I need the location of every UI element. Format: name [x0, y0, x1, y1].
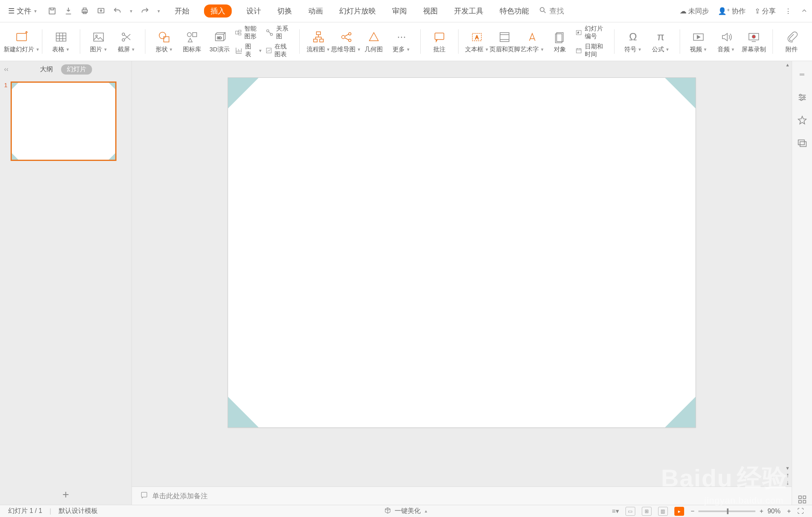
tab-devtools[interactable]: 开发工具: [452, 4, 485, 18]
outline-tab[interactable]: 大纲: [40, 65, 53, 74]
formula-button[interactable]: π 公式▼: [649, 30, 673, 53]
comment-icon: [432, 30, 446, 44]
vertical-scrollbar[interactable]: ▲ ▼ ⭱ ⭳: [783, 61, 792, 486]
add-slide-button[interactable]: +: [0, 484, 132, 505]
scroll-up-icon[interactable]: ▲: [786, 61, 790, 68]
page-indicator[interactable]: 幻灯片 1 / 1: [8, 507, 42, 515]
svg-point-11: [122, 33, 125, 35]
beautify-button[interactable]: 一键美化 ▲: [384, 507, 428, 516]
object-button[interactable]: 对象: [548, 30, 572, 53]
star-rail-icon[interactable]: [797, 115, 808, 125]
settings-rail-icon[interactable]: [797, 92, 808, 103]
tab-review[interactable]: 审阅: [391, 4, 408, 18]
collapse-ribbon[interactable]: [801, 7, 808, 15]
shape-button[interactable]: 形状▼: [152, 30, 176, 53]
undo-icon[interactable]: [113, 7, 122, 15]
tab-slideshow[interactable]: 幻灯片放映: [338, 4, 377, 18]
zoom-out-button[interactable]: −: [691, 508, 694, 515]
wordart-button[interactable]: 艺术字▼: [520, 30, 544, 53]
drag-handle-icon[interactable]: ═: [797, 69, 808, 80]
slides-tab[interactable]: 幻灯片: [61, 64, 92, 75]
new-slide-button[interactable]: 新建幻灯片▼: [8, 30, 35, 53]
symbol-button[interactable]: Ω 符号▼: [621, 30, 645, 53]
datetime-button[interactable]: 日期和时间: [575, 43, 607, 58]
sync-status[interactable]: ☁未同步: [680, 7, 709, 16]
print-icon[interactable]: [80, 7, 89, 15]
collapse-panel-icon[interactable]: ‹‹: [4, 66, 9, 73]
template-name[interactable]: 默认设计模板: [59, 507, 98, 515]
chart-button[interactable]: 图表▼: [235, 43, 262, 58]
share-button[interactable]: ⇪分享: [755, 7, 776, 16]
comment-button[interactable]: 批注: [427, 30, 452, 53]
iconlib-button[interactable]: 图标库: [180, 30, 204, 53]
relation-label: 关系图: [276, 25, 293, 40]
relation-button[interactable]: 关系图: [266, 25, 293, 40]
tab-view[interactable]: 视图: [421, 4, 439, 18]
slide-canvas[interactable]: [228, 77, 696, 428]
smartart-button[interactable]: 智能图形: [235, 25, 262, 40]
cube-icon: [384, 507, 391, 516]
template-rail-icon[interactable]: [797, 138, 808, 148]
apps-rail-icon[interactable]: [797, 494, 808, 505]
svg-point-29: [349, 33, 351, 35]
pi-icon: π: [654, 30, 668, 44]
export-icon[interactable]: [64, 7, 73, 15]
slidenum-label: 幻灯片编号: [585, 25, 608, 40]
tab-animation[interactable]: 动画: [307, 4, 325, 18]
svg-rect-9: [94, 33, 103, 41]
slidenum-button[interactable]: #幻灯片编号: [575, 25, 607, 40]
reading-view-button[interactable]: ▥: [658, 507, 668, 516]
tab-features[interactable]: 特色功能: [498, 4, 531, 18]
prev-slide-icon[interactable]: ⭱: [786, 472, 790, 479]
zoom-add-button[interactable]: +: [787, 508, 791, 515]
notes-icon: [140, 491, 148, 501]
tab-home[interactable]: 开始: [173, 4, 191, 18]
divider: [420, 29, 421, 54]
onlinechart-button[interactable]: 在线图表: [266, 43, 293, 58]
zoom-thumb[interactable]: [727, 508, 729, 514]
more-menu[interactable]: ⋮: [785, 7, 792, 15]
normal-view-button[interactable]: ▭: [625, 507, 635, 516]
collab-button[interactable]: 👤⁺协作: [718, 7, 746, 16]
screencap-button[interactable]: 屏幕录制: [742, 30, 766, 53]
attach-label: 附件: [786, 46, 798, 53]
video-button[interactable]: 视频▼: [686, 30, 711, 53]
headerfooter-button[interactable]: 页眉和页脚: [492, 30, 517, 53]
search-button[interactable]: 查找: [539, 6, 564, 16]
audio-button[interactable]: 音频▼: [714, 30, 738, 53]
scroll-down-icon[interactable]: ▼: [786, 464, 790, 472]
table-button[interactable]: 表格▼: [49, 30, 73, 53]
preview-icon[interactable]: [97, 7, 105, 15]
more-button[interactable]: ⋯ 更多▼: [389, 30, 414, 53]
next-slide-icon[interactable]: ⭳: [786, 479, 790, 486]
screenshot-button[interactable]: 截屏▼: [114, 30, 138, 53]
zoom-slider[interactable]: [698, 510, 755, 512]
fit-screen-button[interactable]: ⛶: [797, 508, 804, 515]
flowchart-button[interactable]: 流程图▼: [306, 30, 331, 53]
file-menu[interactable]: ☰ 文件 ▼: [4, 4, 42, 18]
qat-customize-dropdown[interactable]: ▼: [157, 9, 161, 13]
zoom-value[interactable]: 90%: [768, 508, 781, 515]
geometry-button[interactable]: 几何图: [362, 30, 386, 53]
save-icon[interactable]: [48, 7, 57, 15]
mindmap-button[interactable]: 思维导图▼: [334, 30, 358, 53]
attach-button[interactable]: 附件: [779, 30, 804, 53]
notes-pane[interactable]: 单击此处添加备注: [132, 486, 792, 505]
notes-toggle-icon[interactable]: ≡▾: [612, 507, 619, 515]
chevron-up-icon: ▲: [424, 509, 428, 513]
redo-icon[interactable]: [140, 7, 149, 15]
undo-dropdown[interactable]: ▼: [129, 9, 133, 13]
tab-transition[interactable]: 切换: [276, 4, 294, 18]
picture-button[interactable]: 图片▼: [86, 30, 111, 53]
textbox-button[interactable]: A 文本框▼: [465, 30, 489, 53]
tab-design[interactable]: 设计: [245, 4, 263, 18]
zoom-in-button[interactable]: +: [759, 508, 763, 515]
smart-chart-stack: 智能图形 图表▼: [235, 25, 262, 58]
thumbnail-item[interactable]: 1: [4, 81, 127, 161]
3d-button[interactable]: 3D 3D演示: [207, 30, 232, 53]
sorter-view-button[interactable]: ⊞: [642, 507, 652, 516]
slideshow-view-button[interactable]: ▸: [674, 507, 684, 516]
thumbnail-preview[interactable]: [11, 81, 116, 161]
divider: [299, 29, 300, 54]
tab-insert[interactable]: 插入: [204, 4, 232, 18]
